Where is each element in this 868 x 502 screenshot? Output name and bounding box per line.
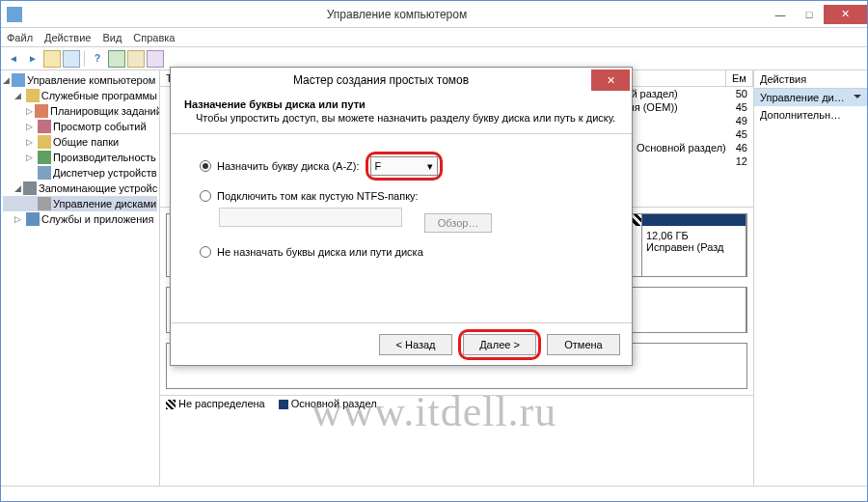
actions-diskmgmt[interactable]: Управление ди… — [754, 89, 867, 106]
wizard-heading: Назначение буквы диска или пути — [184, 98, 366, 110]
option-none-label: Не назначать буквы диска или пути диска — [217, 246, 423, 258]
tree-shared[interactable]: ▷Общие папки — [3, 134, 157, 150]
back-button[interactable]: < Назад — [379, 334, 452, 355]
minimize-button[interactable]: — — [766, 5, 795, 24]
col-capacity[interactable]: Ем — [726, 70, 753, 86]
option-assign-letter[interactable]: Назначить букву диска (A-Z): F ▾ — [200, 152, 603, 181]
tree-perf[interactable]: ▷Производительность — [3, 150, 157, 165]
refresh-icon[interactable] — [108, 50, 125, 68]
back-icon[interactable]: ◄ — [5, 50, 22, 68]
statusbar — [1, 486, 867, 501]
window-title: Управление компьютером — [28, 8, 766, 21]
help-icon[interactable]: ? — [89, 50, 106, 68]
option-no-letter[interactable]: Не назначать буквы диска или пути диска — [200, 246, 603, 258]
option-mount-folder[interactable]: Подключить том как пустую NTFS-папку: — [200, 190, 603, 202]
cancel-button[interactable]: Отмена — [547, 334, 620, 355]
tree-storage[interactable]: ◢Запоминающие устройс — [3, 181, 157, 196]
wizard-header: Назначение буквы диска или пути Чтобы уп… — [171, 93, 632, 134]
actions-pane: Действия Управление ди… Дополнительн… — [753, 70, 867, 486]
actions-header: Действия — [754, 70, 867, 89]
forward-icon[interactable]: ► — [24, 50, 41, 68]
partition-last[interactable]: 12,06 ГБ Исправен (Разд — [642, 214, 746, 276]
tree-eventlog[interactable]: ▷Просмотр событий — [3, 119, 157, 134]
radio-icon — [200, 190, 211, 202]
properties-icon[interactable] — [147, 50, 164, 68]
maximize-button[interactable]: □ — [795, 5, 824, 24]
next-button[interactable]: Далее > — [463, 334, 536, 355]
legend: Не распределена Основной раздел — [160, 395, 753, 411]
radio-icon — [200, 246, 211, 258]
menu-file[interactable]: Файл — [7, 32, 33, 43]
up-icon[interactable] — [43, 50, 61, 68]
tree-services[interactable]: ▷Службы и приложения — [3, 211, 157, 227]
legend-primary-swatch — [279, 400, 288, 409]
app-icon — [7, 7, 22, 22]
option-assign-label: Назначить букву диска (A-Z): — [217, 160, 360, 172]
legend-unalloc-swatch — [166, 400, 176, 409]
chevron-down-icon: ▾ — [427, 160, 433, 173]
list-icon[interactable] — [127, 50, 145, 68]
mount-path-input — [219, 208, 402, 227]
highlight-next: Далее > — [458, 329, 541, 360]
close-button[interactable]: ✕ — [824, 5, 867, 24]
tree-scheduler[interactable]: ▷Планировщик заданий — [3, 103, 157, 119]
tree-root[interactable]: ◢Управление компьютером ( — [3, 72, 157, 88]
menu-action[interactable]: Действие — [44, 32, 91, 43]
drive-letter-select[interactable]: F ▾ — [370, 156, 438, 176]
browse-button: Обзор… — [424, 213, 492, 233]
tree-system-tools[interactable]: ◢Служебные программы — [3, 88, 157, 103]
show-hide-icon[interactable] — [63, 50, 80, 68]
tree-diskmgmt[interactable]: Управление дисками — [3, 196, 157, 211]
nav-tree: ◢Управление компьютером ( ◢Служебные про… — [1, 70, 160, 486]
radio-icon — [200, 160, 211, 172]
wizard-close-button[interactable]: ✕ — [591, 70, 630, 91]
highlight-drive-select: F ▾ — [366, 152, 443, 181]
actions-more[interactable]: Дополнительн… — [754, 106, 867, 124]
tree-devmgr[interactable]: Диспетчер устройств — [3, 165, 157, 181]
menu-help[interactable]: Справка — [133, 32, 175, 43]
titlebar: Управление компьютером — □ ✕ — [1, 1, 867, 28]
separator — [84, 51, 85, 67]
menubar: Файл Действие Вид Справка — [1, 28, 867, 47]
wizard-dialog: Мастер создания простых томов ✕ Назначен… — [170, 67, 633, 366]
menu-view[interactable]: Вид — [102, 32, 122, 43]
wizard-title: Мастер создания простых томов — [171, 73, 591, 87]
option-mount-label: Подключить том как пустую NTFS-папку: — [217, 190, 419, 202]
wizard-subtitle: Чтобы упростить доступ, вы можете назнач… — [184, 112, 618, 124]
